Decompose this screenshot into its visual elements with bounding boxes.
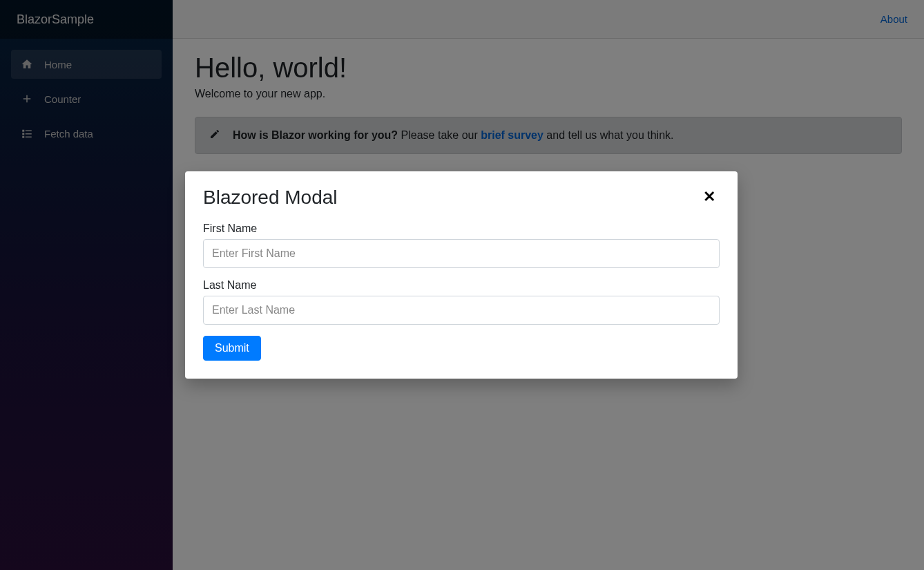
- last-name-input[interactable]: [203, 296, 720, 325]
- submit-button[interactable]: Submit: [203, 336, 261, 361]
- first-name-group: First Name: [203, 222, 720, 268]
- close-button[interactable]: ✕: [699, 187, 720, 207]
- first-name-label: First Name: [203, 222, 720, 235]
- close-icon: ✕: [703, 188, 715, 205]
- modal-title: Blazored Modal: [203, 187, 338, 209]
- modal-dialog: Blazored Modal ✕ First Name Last Name Su…: [185, 171, 738, 379]
- last-name-group: Last Name: [203, 279, 720, 325]
- first-name-input[interactable]: [203, 239, 720, 268]
- last-name-label: Last Name: [203, 279, 720, 292]
- modal-header: Blazored Modal ✕: [185, 171, 738, 217]
- modal-body: First Name Last Name Submit: [185, 217, 738, 379]
